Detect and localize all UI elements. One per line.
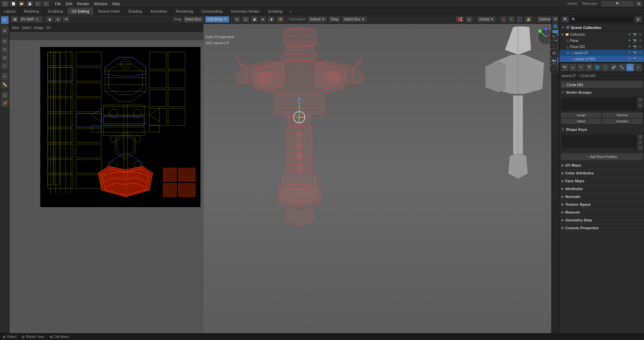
wireframe-btn[interactable]: ▣: [251, 16, 258, 23]
sk-remove-btn[interactable]: −: [638, 140, 643, 145]
search-btn[interactable]: 🔍: [600, 0, 634, 7]
props-data-icon[interactable]: △: [626, 64, 634, 71]
render-btn[interactable]: 🔆: [276, 16, 285, 23]
add-workspace-btn[interactable]: +: [287, 8, 294, 14]
plane-cam-icon[interactable]: 📷: [632, 38, 637, 43]
new-file-btn[interactable]: 📄: [10, 0, 17, 7]
uv-menu-select[interactable]: Select: [22, 26, 31, 30]
uv-canvas[interactable]: ─┘: [10, 40, 212, 333]
viewport-overlay-btn[interactable]: ⊙: [233, 16, 241, 23]
select-tool-btn[interactable]: ↖: [1, 16, 9, 24]
props-output-icon[interactable]: 🖨: [569, 64, 576, 71]
attributes-header[interactable]: ▶ Attributes: [559, 185, 644, 192]
lock-axis-btn[interactable]: 🔒: [524, 16, 533, 23]
blender-logo[interactable]: ⬡: [1, 0, 9, 7]
drag-dropdown[interactable]: Drag: [328, 16, 341, 23]
redo-btn[interactable]: ↪: [42, 0, 50, 7]
vertex-groups-header[interactable]: ▼ Vertex Groups: [559, 89, 644, 96]
color-attributes-header[interactable]: ▶ Color Attributes: [559, 169, 644, 177]
plane002-render-icon[interactable]: ⊙: [638, 44, 643, 49]
uv-mode-dropdown[interactable]: UV MAP ▼: [19, 16, 43, 23]
uv-mode-icon[interactable]: 🖼: [11, 16, 18, 23]
breadcrumb-swordlp[interactable]: sword LP: [561, 74, 576, 78]
tab-shading[interactable]: Shading: [124, 7, 146, 15]
tab-sculpting[interactable]: Sculpting: [44, 7, 68, 15]
props-world-icon[interactable]: 🌐: [594, 64, 601, 71]
view-camera-btn[interactable]: 📷: [550, 57, 557, 65]
pivot-dropdown[interactable]: Global ▼: [477, 16, 496, 23]
outliner-plane002[interactable]: △ Plane.002 👁 📷 ⊙: [559, 44, 644, 50]
scale-tool-btn[interactable]: ⊡: [1, 54, 9, 61]
outliner-search[interactable]: 🔍: [570, 17, 633, 22]
sk-more-btn[interactable]: ⋯: [638, 145, 643, 150]
outliner-collection[interactable]: ▼ 📁 Collection 👁 📷 ⊙: [559, 31, 644, 37]
outliner-plane[interactable]: △ Plane 👁 📷 ⊙: [559, 37, 644, 44]
collection-visibility-icon[interactable]: 👁: [627, 32, 632, 37]
zoom-in-btn[interactable]: +: [550, 33, 557, 40]
texture-space-header[interactable]: ▶ Texture Space: [559, 201, 644, 208]
vg-deselect-btn[interactable]: Deselect: [602, 119, 643, 124]
props-view-icon[interactable]: 👁: [577, 64, 585, 71]
props-render-icon[interactable]: 📷: [561, 64, 568, 71]
orientation-dropdown[interactable]: Default ▼: [308, 16, 328, 23]
vg-assign-btn[interactable]: Assign: [561, 112, 601, 118]
outliner-filter2-btn[interactable]: ⊞: [634, 16, 642, 23]
tab-layout[interactable]: Layout: [0, 7, 20, 15]
tab-geometry-nodes[interactable]: Geometry Nodes: [227, 7, 264, 15]
props-obj-icon[interactable]: ◻: [602, 64, 609, 71]
vg-select-btn[interactable]: Select: [561, 119, 601, 124]
material-btn[interactable]: ◑: [267, 16, 275, 23]
vg-add-btn[interactable]: +: [638, 97, 643, 102]
vg-remove2-btn[interactable]: Remove: [602, 112, 643, 118]
menu-render[interactable]: Render: [75, 1, 91, 6]
zoom-out-btn[interactable]: −: [550, 41, 557, 48]
settings-btn[interactable]: ⚙: [635, 0, 643, 7]
z-axis-btn[interactable]: Z: [516, 16, 523, 23]
vg-remove-btn[interactable]: −: [638, 103, 643, 108]
uv-show-hide-btn[interactable]: 👁: [62, 16, 70, 23]
solid-btn[interactable]: ●: [259, 16, 266, 23]
island-select-btn[interactable]: ◫: [1, 91, 9, 99]
tab-animation[interactable]: Animation: [147, 7, 172, 15]
props-mod-icon[interactable]: 🔧: [618, 64, 626, 71]
add-rest-position-btn[interactable]: + Add Rest Position: [561, 153, 643, 160]
uv-menu-uv[interactable]: UV: [46, 26, 51, 30]
uv-overlay-btn[interactable]: ◉: [46, 16, 54, 23]
tab-rendering[interactable]: Rendering: [171, 7, 197, 15]
uv-menu-view[interactable]: View: [12, 26, 19, 30]
swordlp-cam-icon[interactable]: 📷: [632, 50, 637, 55]
cursor-tool-btn[interactable]: ⊕: [1, 27, 9, 34]
viewport-3d-content[interactable]: User Perspective (93) sword LP: [204, 24, 559, 333]
tab-modeling[interactable]: Modeling: [20, 7, 44, 15]
edit-mode-dropdown[interactable]: Edit Mode ▼: [205, 16, 229, 23]
annotate-btn[interactable]: ✏: [1, 73, 9, 80]
swordlp-vis-icon[interactable]: 👁: [627, 50, 632, 55]
menu-window[interactable]: Window: [92, 1, 109, 6]
y-axis-btn[interactable]: Y: [508, 16, 515, 23]
menu-help[interactable]: Help: [110, 1, 122, 6]
swordlp001-vis-icon[interactable]: 👁: [627, 57, 632, 61]
uv-maps-header[interactable]: ▶ UV Maps: [559, 161, 644, 169]
normals-header[interactable]: ▶ Normals: [559, 193, 644, 200]
plane002-vis-icon[interactable]: 👁: [627, 44, 632, 49]
props-world-btn[interactable]: 🌐: [552, 23, 558, 29]
menu-edit[interactable]: Edit: [64, 1, 74, 6]
transform-tool-btn[interactable]: ⊹: [1, 62, 9, 69]
props-scene-btn[interactable]: 🎬: [552, 16, 558, 22]
uv-gizmo-btn[interactable]: ⊕: [54, 16, 62, 23]
plane-vis-icon[interactable]: 👁: [627, 38, 632, 43]
props-mat-icon[interactable]: ●: [634, 64, 642, 71]
props-scene-icon[interactable]: 🎬: [585, 64, 593, 71]
custom-properties-header[interactable]: ▶ Custom Properties: [559, 224, 644, 232]
snap-btn[interactable]: 🧲: [455, 16, 464, 23]
undo-btn[interactable]: ↩: [34, 0, 42, 7]
x-axis-btn[interactable]: X: [500, 16, 507, 23]
outliner-filter-btn[interactable]: 🔍: [561, 16, 569, 23]
rotate-tool-btn[interactable]: ↻: [1, 46, 9, 53]
shape-keys-header[interactable]: ▼ Shape Keys: [559, 126, 644, 133]
props-constraints-icon[interactable]: 🔗: [610, 64, 617, 71]
viewport-xray-btn[interactable]: ◫: [242, 16, 250, 23]
geometry-data-header[interactable]: ▶ Geometry Data: [559, 216, 644, 224]
face-maps-header[interactable]: ▶ Face Maps: [559, 177, 644, 185]
object-name-field[interactable]: △ Circle.001: [561, 81, 643, 89]
